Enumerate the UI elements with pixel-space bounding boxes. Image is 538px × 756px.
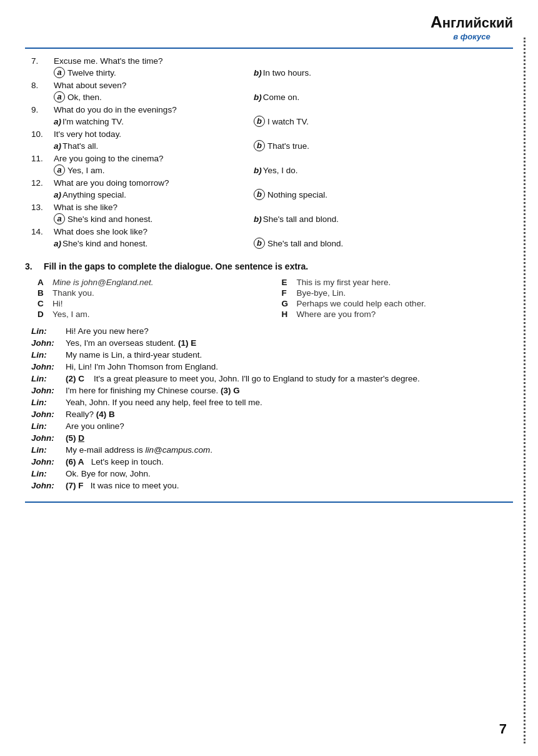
opt-H-text: Where are you from? <box>297 310 376 319</box>
opt-F-letter: F <box>282 288 293 298</box>
q10-a-text: That's all. <box>62 141 98 151</box>
question-12: 12. What are you doing tomorrow? a) Anyt… <box>31 178 513 200</box>
q13-question: What is she like? <box>54 203 513 212</box>
speaker-lin-1: Lin: <box>31 326 66 336</box>
dialogue-john-2: John: Hi, Lin! I'm John Thomson from Eng… <box>31 362 513 371</box>
opt-F-text: Bye-bye, Lin. <box>297 288 346 298</box>
q8-a-text: Ok, then. <box>67 93 102 102</box>
dialogue-lin-2: Lin: My name is Lin, a third-year studen… <box>31 350 513 360</box>
q12-b: b Nothing special. <box>254 189 379 200</box>
question-14: 14. What does she look like? a) She's ki… <box>31 227 513 249</box>
q7-answers: a Twelve thirty. b) In two hours. <box>54 67 513 78</box>
q14-num: 14. <box>31 227 54 236</box>
q11-answers: a Yes, I am. b) Yes, I do. <box>54 164 513 176</box>
text-lin-4: Yeah, John. If you need any help, feel f… <box>66 398 513 407</box>
speaker-lin-7: Lin: <box>31 469 66 478</box>
q13-b-text: She's tall and blond. <box>263 214 339 224</box>
speaker-lin-5: Lin: <box>31 421 66 431</box>
speaker-john-2: John: <box>31 362 66 371</box>
opt-E-letter: E <box>282 278 293 287</box>
question-8: 8. What about seven? a Ok, then. b) Come… <box>31 81 513 103</box>
q14-a-label: a) <box>54 239 61 248</box>
opt-G-letter: G <box>282 299 293 308</box>
logo-title: Английский <box>431 13 513 32</box>
q9-b: b I watch TV. <box>254 116 379 127</box>
text-lin-5: Are you online? <box>66 421 513 431</box>
dialogue-john-5: John: (5) D <box>31 433 513 443</box>
q7-a: a Twelve thirty. <box>54 67 254 78</box>
speaker-lin-3: Lin: <box>31 374 66 383</box>
q11-a-circle: a <box>54 164 65 176</box>
q10-b-text: That's true. <box>267 141 309 151</box>
bottom-divider <box>25 501 513 503</box>
text-john-2: Hi, Lin! I'm John Thomson from England. <box>66 362 513 371</box>
q14-b-circle: b <box>254 238 265 249</box>
header: Английский в фокусе <box>25 13 513 41</box>
q13-a: a She's kind and honest. <box>54 213 254 224</box>
q9-a-text: I'm watching TV. <box>62 117 124 126</box>
opt-D-text: Yes, I am. <box>52 310 90 319</box>
q12-a-label: a) <box>54 190 61 199</box>
question-11: 11. Are you going to the cinema? a Yes, … <box>31 154 513 176</box>
q8-b-label: b) <box>254 93 262 102</box>
text-john-6: (6) A Let's keep in touch. <box>66 457 513 466</box>
q8-a-circle: a <box>54 91 65 103</box>
speaker-john-4: John: <box>31 410 66 419</box>
option-E: E This is my first year here. <box>282 278 514 287</box>
q12-question: What are you doing tomorrow? <box>54 178 513 188</box>
q14-a: a) She's kind and honest. <box>54 238 254 249</box>
q7-question: Excuse me. What's the time? <box>54 56 513 66</box>
q13-content: What is she like? a She's kind and hones… <box>54 203 513 224</box>
q10-b: b That's true. <box>254 140 379 151</box>
q11-b-label: b) <box>254 166 262 175</box>
speaker-john-3: John: <box>31 386 66 395</box>
dialogue-john-1: John: Yes, I'm an overseas student. (1) … <box>31 338 513 348</box>
q7-b-text: In two hours. <box>263 68 311 78</box>
opt-C-text: Hi! <box>52 299 63 308</box>
section3-num: 3. <box>25 261 37 271</box>
q14-b-text: She's tall and blond. <box>267 239 343 248</box>
speaker-lin-4: Lin: <box>31 398 66 407</box>
text-lin-3: (2) C It's a great pleasure to meet you,… <box>66 374 513 383</box>
dialogue: Lin: Hi! Are you new here? John: Yes, I'… <box>31 326 513 490</box>
opt-B-text: Thank you. <box>52 288 94 298</box>
dialogue-lin-4: Lin: Yeah, John. If you need any help, f… <box>31 398 513 407</box>
dialogue-john-3: John: I'm here for finishing my Chinese … <box>31 386 513 395</box>
q9-content: What do you do in the evenings? a) I'm w… <box>54 105 513 127</box>
logo: Английский в фокусе <box>431 13 513 41</box>
q12-answers: a) Anything special. b Nothing special. <box>54 189 513 200</box>
option-G: G Perhaps we could help each other. <box>282 299 514 308</box>
q14-b: b She's tall and blond. <box>254 238 379 249</box>
q12-content: What are you doing tomorrow? a) Anything… <box>54 178 513 200</box>
opt-C-letter: C <box>37 299 49 308</box>
opt-D-letter: D <box>37 310 49 319</box>
opt-A-text: Mine is john@England.net. <box>52 278 154 287</box>
q11-a-text: Yes, I am. <box>67 166 105 175</box>
q7-content: Excuse me. What's the time? a Twelve thi… <box>54 56 513 78</box>
q10-answers: a) That's all. b That's true. <box>54 140 513 151</box>
q10-content: It's very hot today. a) That's all. b Th… <box>54 129 513 151</box>
question-10: 10. It's very hot today. a) That's all. … <box>31 129 513 151</box>
page-number: 7 <box>499 721 507 737</box>
opt-G-text: Perhaps we could help each other. <box>297 299 426 308</box>
q9-a: a) I'm watching TV. <box>54 116 254 127</box>
q12-num: 12. <box>31 178 54 188</box>
q14-answers: a) She's kind and honest. b She's tall a… <box>54 238 513 249</box>
question-7: 7. Excuse me. What's the time? a Twelve … <box>31 56 513 78</box>
dialogue-lin-3: Lin: (2) C It's a great pleasure to meet… <box>31 374 513 383</box>
q10-b-circle: b <box>254 140 265 151</box>
q9-num: 9. <box>31 105 54 114</box>
q12-a: a) Anything special. <box>54 189 254 200</box>
text-john-7: (7) F It was nice to meet you. <box>66 481 513 490</box>
q11-b-text: Yes, I do. <box>263 166 298 175</box>
q13-answers: a She's kind and honest. b) She's tall a… <box>54 213 513 224</box>
q8-num: 8. <box>31 81 54 90</box>
q12-b-circle: b <box>254 189 265 200</box>
q9-answers: a) I'm watching TV. b I watch TV. <box>54 116 513 127</box>
text-john-3: I'm here for finishing my Chinese course… <box>66 386 513 395</box>
q8-content: What about seven? a Ok, then. b) Come on… <box>54 81 513 103</box>
section3: 3. Fill in the gaps to complete the dial… <box>25 261 513 490</box>
text-lin-1: Hi! Are you new here? <box>66 326 513 336</box>
q9-a-label: a) <box>54 117 61 126</box>
opt-A-letter: A <box>37 278 49 287</box>
